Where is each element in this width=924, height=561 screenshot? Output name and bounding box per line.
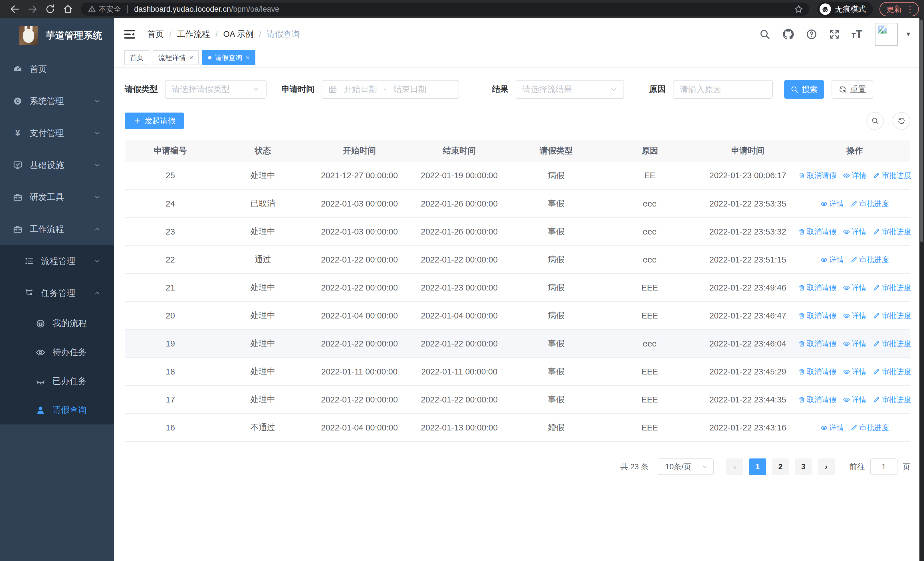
sidebar-item-流程管理[interactable]: 流程管理 — [0, 245, 114, 277]
address-bar[interactable]: 不安全 dashboard.yudao.iocoder.cn/bpm/oa/le… — [81, 3, 809, 16]
cancel-leave-link[interactable]: 取消请假 — [798, 283, 837, 293]
tab-请假查询[interactable]: 请假查询× — [202, 50, 255, 65]
monitor-icon — [11, 160, 24, 170]
page-scrollbar[interactable] — [920, 18, 924, 561]
sidebar-item-工作流程[interactable]: 工作流程 — [0, 213, 114, 245]
progress-link[interactable]: 审批进度 — [850, 199, 889, 209]
cell-actions: 取消请假详情审批进度 — [799, 386, 910, 414]
avatar-caret-down-icon[interactable]: ▼ — [905, 30, 912, 38]
detail-link[interactable]: 详情 — [843, 311, 867, 321]
sidebar-item-我的流程[interactable]: 我的流程 — [0, 309, 114, 338]
cell-end: 2022-01-23 00:00:00 — [409, 274, 509, 302]
chevron-up-icon — [94, 226, 101, 233]
sidebar-collapse-icon[interactable] — [123, 27, 136, 41]
progress-link[interactable]: 审批进度 — [873, 227, 912, 237]
sidebar-item-系统管理[interactable]: 系统管理 — [0, 85, 114, 117]
reason-input[interactable] — [680, 85, 766, 94]
tab-首页[interactable]: 首页 — [124, 50, 149, 65]
cell-type: 事假 — [509, 190, 603, 218]
breadcrumb-item[interactable]: OA 示例 — [223, 29, 254, 40]
security-chip[interactable]: 不安全 — [88, 4, 121, 14]
bookmark-star-icon[interactable] — [794, 4, 804, 14]
detail-link[interactable]: 详情 — [820, 199, 844, 209]
font-size-icon[interactable]: TT — [852, 29, 862, 40]
sidebar-item-待办任务[interactable]: 待办任务 — [0, 338, 114, 367]
cancel-leave-link[interactable]: 取消请假 — [798, 170, 837, 180]
breadcrumb-item[interactable]: 工作流程 — [177, 29, 210, 40]
browser-menu-icon[interactable]: ⋮ — [906, 5, 914, 14]
page-button-2[interactable]: 2 — [772, 459, 789, 475]
cell-actions: 取消请假详情审批进度 — [799, 218, 910, 246]
table-search-toggle-button[interactable] — [866, 112, 884, 130]
cancel-leave-link[interactable]: 取消请假 — [798, 339, 837, 349]
sidebar-item-支付管理[interactable]: ¥支付管理 — [0, 117, 114, 149]
cancel-leave-link[interactable]: 取消请假 — [798, 367, 837, 377]
search-button[interactable]: 搜索 — [784, 80, 824, 99]
cancel-leave-link[interactable]: 取消请假 — [798, 395, 837, 405]
progress-link[interactable]: 审批进度 — [873, 283, 912, 293]
logo-row[interactable]: 芋道管理系统 — [0, 18, 114, 53]
cell-reason: EEE — [603, 302, 697, 329]
scrollbar-thumb[interactable] — [920, 20, 923, 242]
cell-type: 事假 — [509, 329, 603, 358]
detail-link[interactable]: 详情 — [843, 170, 867, 180]
forward-icon[interactable] — [25, 2, 40, 17]
fullscreen-icon[interactable] — [829, 29, 840, 40]
help-icon[interactable] — [806, 29, 817, 40]
reset-button[interactable]: 重置 — [831, 80, 873, 99]
cell-end: 2022-01-04 00:00:00 — [409, 302, 509, 329]
tab-close-icon[interactable]: × — [246, 54, 250, 62]
browser-update-button[interactable]: 更新 ⋮ — [879, 2, 919, 16]
cell-status: 处理中 — [216, 302, 310, 329]
progress-link[interactable]: 审批进度 — [850, 255, 889, 265]
progress-link[interactable]: 审批进度 — [873, 339, 912, 349]
prev-page-button[interactable]: ‹ — [726, 459, 743, 475]
header-search-icon[interactable] — [759, 29, 771, 40]
avatar[interactable] — [875, 23, 898, 46]
action-label: 详情 — [829, 255, 844, 265]
detail-link[interactable]: 详情 — [843, 227, 867, 237]
sidebar-item-首页[interactable]: 首页 — [0, 53, 114, 85]
progress-link[interactable]: 审批进度 — [850, 423, 889, 433]
tab-close-icon[interactable]: × — [189, 54, 193, 62]
detail-link[interactable]: 详情 — [820, 255, 844, 265]
sidebar-item-基础设施[interactable]: 基础设施 — [0, 149, 114, 181]
cancel-leave-link[interactable]: 取消请假 — [798, 311, 837, 321]
detail-link[interactable]: 详情 — [843, 395, 867, 405]
sidebar-item-请假查询[interactable]: 请假查询 — [0, 396, 114, 424]
detail-link[interactable]: 详情 — [820, 423, 844, 433]
page-size-select[interactable]: 10条/页 — [658, 459, 714, 475]
sidebar-item-任务管理[interactable]: 任务管理 — [0, 277, 114, 309]
cell-reason: EEE — [603, 414, 697, 442]
back-icon[interactable] — [8, 2, 22, 17]
reload-icon[interactable] — [43, 2, 58, 17]
progress-link[interactable]: 审批进度 — [873, 170, 912, 180]
table-refresh-button[interactable] — [892, 112, 910, 130]
apply-time-range-picker[interactable]: 开始日期 - 结束日期 — [322, 80, 459, 99]
detail-link[interactable]: 详情 — [843, 283, 867, 293]
progress-link[interactable]: 审批进度 — [873, 395, 912, 405]
home-icon[interactable] — [60, 2, 75, 17]
trash-icon — [798, 172, 805, 179]
goto-page-input[interactable] — [870, 459, 897, 475]
breadcrumb-item[interactable]: 首页 — [147, 29, 164, 40]
create-leave-button[interactable]: 发起请假 — [125, 113, 184, 129]
cell-applied: 2022-01-22 23:49:46 — [697, 274, 799, 302]
progress-link[interactable]: 审批进度 — [873, 311, 912, 321]
page-button-3[interactable]: 3 — [795, 459, 812, 475]
sidebar-item-已办任务[interactable]: 已办任务 — [0, 367, 114, 396]
sidebar-item-研发工具[interactable]: 研发工具 — [0, 181, 114, 213]
detail-link[interactable]: 详情 — [843, 339, 867, 349]
action-links: 详情审批进度 — [799, 255, 910, 265]
progress-link[interactable]: 审批进度 — [873, 367, 912, 377]
github-icon[interactable] — [782, 28, 795, 41]
calendar-icon — [328, 85, 337, 94]
cancel-leave-link[interactable]: 取消请假 — [798, 227, 837, 237]
next-page-button[interactable]: › — [818, 459, 835, 475]
detail-link[interactable]: 详情 — [843, 367, 867, 377]
leave-type-select[interactable]: 请选择请假类型 — [165, 80, 267, 99]
action-links: 取消请假详情审批进度 — [799, 170, 910, 180]
result-select[interactable]: 请选择流结果 — [516, 80, 624, 99]
page-button-1[interactable]: 1 — [749, 459, 766, 475]
tab-流程详情[interactable]: 流程详情× — [153, 50, 199, 65]
